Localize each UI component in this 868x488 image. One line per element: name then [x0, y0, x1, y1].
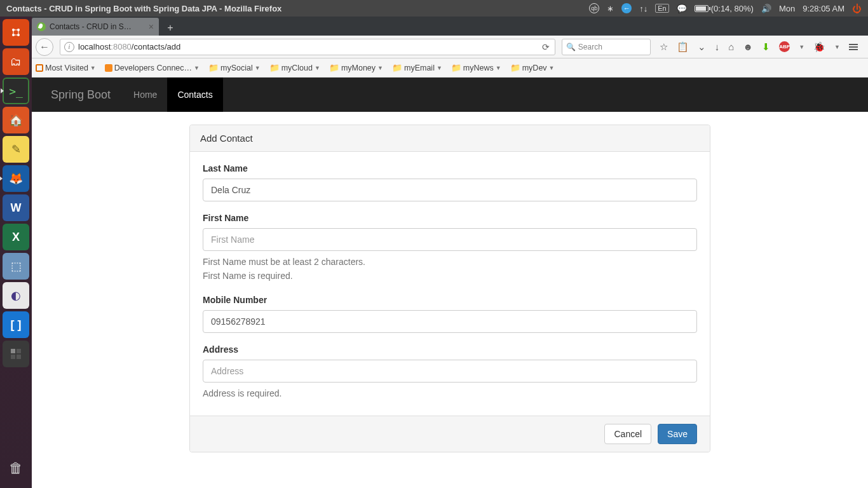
browser-tab-active[interactable]: Contacts - CRUD in S… ×: [32, 18, 159, 36]
chat-icon[interactable]: ☻: [743, 41, 753, 52]
label-first-name: First Name: [203, 213, 697, 223]
pocket-icon[interactable]: ⌄: [698, 41, 706, 53]
launcher-files[interactable]: 🗂: [3, 48, 29, 75]
search-box[interactable]: 🔍 Search: [562, 39, 651, 55]
label-mobile: Mobile Number: [203, 295, 697, 305]
launcher-excel[interactable]: X: [3, 224, 29, 250]
error-first-name-2: First Name is required.: [203, 269, 697, 283]
chevron-down-icon: ▼: [90, 65, 96, 71]
folder-icon: 📁: [451, 63, 461, 72]
input-last-name[interactable]: [203, 179, 697, 201]
panel-footer: Cancel Save: [190, 416, 710, 452]
dev-icon[interactable]: 🐞: [813, 41, 825, 53]
downloads-arrow-icon[interactable]: ⬇: [762, 41, 770, 53]
bookmark-mynews[interactable]: 📁myNews▼: [451, 63, 501, 72]
launcher-eclipse[interactable]: ◐: [3, 282, 29, 309]
form-container: Add Contact Last Name First Name First N…: [189, 125, 710, 452]
keyboard-lang[interactable]: En: [655, 4, 668, 13]
folder-icon: 📁: [208, 63, 219, 72]
dropdown-icon-2[interactable]: ▼: [834, 44, 840, 50]
launcher-notes[interactable]: ✎: [3, 136, 29, 163]
system-menu-bar: Contacts - CRUD in Spring Boot with Spri…: [0, 0, 868, 17]
nav-link-home[interactable]: Home: [123, 78, 167, 112]
folder-icon: 📁: [392, 63, 402, 72]
site-info-icon[interactable]: i: [64, 42, 74, 52]
add-contact-panel: Add Contact Last Name First Name First N…: [189, 125, 710, 452]
system-tray: qb ∗ ← ↑↓ En 💬 (0:14, 80%) 🔊 Mon 9:28:05…: [589, 3, 862, 14]
nav-link-contacts[interactable]: Contacts: [167, 78, 222, 112]
battery-indicator[interactable]: (0:14, 80%): [695, 4, 754, 13]
chevron-down-icon: ▼: [377, 65, 383, 71]
svg-rect-9: [17, 349, 21, 353]
volume-icon[interactable]: 🔊: [761, 4, 771, 13]
bookmark-mymoney[interactable]: 📁myMoney▼: [329, 63, 383, 72]
error-first-name-1: First Name must be at least 2 characters…: [203, 255, 697, 269]
launcher-workspace[interactable]: [3, 341, 29, 367]
search-icon: 🔍: [566, 43, 576, 51]
grid-icon: [36, 64, 43, 72]
chevron-down-icon: ▼: [496, 65, 501, 71]
cancel-button[interactable]: Cancel: [604, 424, 651, 444]
chevron-down-icon: ▼: [194, 65, 200, 71]
messages-icon[interactable]: 💬: [677, 4, 687, 13]
bookmark-mycloud[interactable]: 📁myCloud▼: [269, 63, 320, 72]
label-address: Address: [203, 344, 697, 355]
bookmark-most-visited[interactable]: Most Visited▼: [36, 64, 96, 72]
launcher-terminal[interactable]: >_: [3, 78, 29, 104]
input-address[interactable]: [203, 360, 697, 383]
rss-icon: [105, 64, 112, 72]
home-icon[interactable]: ⌂: [728, 41, 734, 52]
bookmark-mysocial[interactable]: 📁mySocial▼: [208, 63, 261, 72]
save-button[interactable]: Save: [658, 424, 697, 444]
sync-icon[interactable]: ←: [621, 3, 632, 13]
bookmark-myemail[interactable]: 📁myEmail▼: [392, 63, 442, 72]
navbar-brand[interactable]: Spring Boot: [51, 88, 111, 102]
unity-launcher: 🗂 >_ 🏠 ✎ 🦊 W X ⬚ ◐ [ ] 🗑: [0, 17, 32, 488]
nav-back-button[interactable]: ←: [36, 38, 53, 56]
menu-icon[interactable]: [849, 44, 858, 50]
bookmark-developers[interactable]: Developers Connec…▼: [105, 64, 200, 72]
tab-title: Contacts - CRUD in S…: [50, 22, 145, 31]
new-tab-button[interactable]: +: [161, 20, 179, 36]
panel-heading: Add Contact: [190, 125, 710, 152]
folder-icon: 📁: [510, 63, 520, 72]
launcher-trash[interactable]: 🗑: [3, 455, 29, 482]
tab-close-icon[interactable]: ×: [149, 22, 154, 32]
bluetooth-icon[interactable]: ∗: [607, 4, 614, 13]
launcher-virtualbox[interactable]: ⬚: [3, 253, 29, 280]
clock-time[interactable]: 9:28:05 AM: [803, 4, 844, 13]
search-placeholder: Search: [578, 43, 602, 51]
reload-icon[interactable]: ⟳: [537, 42, 555, 52]
svg-rect-11: [17, 355, 21, 359]
battery-text: (0:14, 80%): [711, 4, 754, 13]
window-title: Contacts - CRUD in Spring Boot with Spri…: [6, 4, 281, 13]
clipboard-icon[interactable]: 📋: [677, 41, 689, 53]
launcher-brackets[interactable]: [ ]: [3, 311, 29, 338]
bookmark-star-icon[interactable]: ☆: [660, 41, 668, 53]
launcher-firefox[interactable]: 🦊: [3, 165, 29, 192]
launcher-word[interactable]: W: [3, 194, 29, 221]
url-bar[interactable]: i localhost:8080/contacts/add ⟳: [60, 39, 555, 55]
group-last-name: Last Name: [203, 163, 697, 201]
group-first-name: First Name First Name must be at least 2…: [203, 213, 697, 283]
launcher-home[interactable]: 🏠: [3, 107, 29, 133]
chevron-down-icon: ▼: [315, 65, 320, 71]
clock-day[interactable]: Mon: [779, 4, 795, 13]
download-icon[interactable]: ↓: [715, 41, 720, 52]
group-address: Address Address is required.: [203, 344, 697, 400]
bookmark-mydev[interactable]: 📁myDev▼: [510, 63, 555, 72]
launcher-dash[interactable]: [3, 19, 29, 46]
power-icon[interactable]: ⏻: [852, 3, 862, 14]
page-viewport: Spring Boot Home Contacts Add Contact La…: [32, 78, 868, 488]
bookmarks-bar: Most Visited▼ Developers Connec…▼ 📁mySoc…: [0, 58, 868, 78]
input-mobile[interactable]: [203, 310, 697, 333]
group-mobile: Mobile Number: [203, 295, 697, 333]
folder-icon: 📁: [329, 63, 339, 72]
qb-icon[interactable]: qb: [589, 3, 599, 13]
input-first-name[interactable]: [203, 228, 697, 251]
abp-icon[interactable]: ABP: [779, 41, 790, 52]
network-icon[interactable]: ↑↓: [639, 4, 648, 13]
dropdown-icon[interactable]: ▼: [799, 44, 804, 50]
chevron-down-icon: ▼: [255, 65, 261, 71]
spring-favicon-icon: [37, 22, 46, 31]
